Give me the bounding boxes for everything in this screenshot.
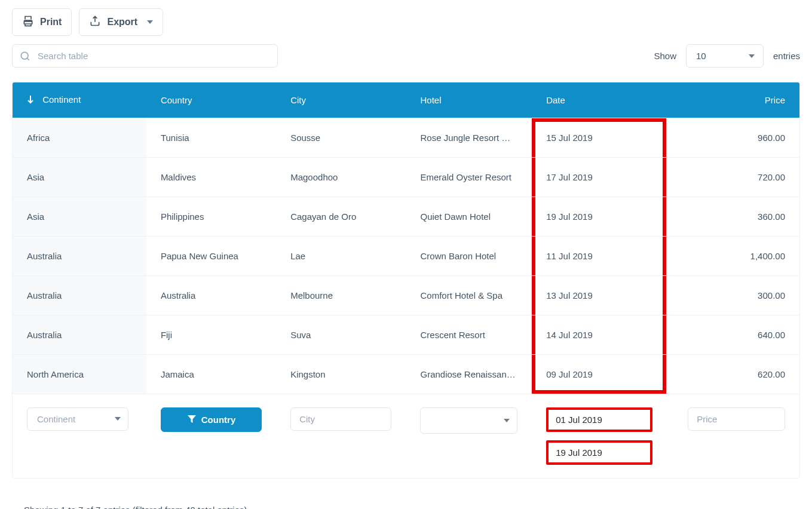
- cell-continent: Asia: [13, 157, 146, 197]
- table-row: AsiaPhilippinesCagayan de OroQuiet Dawn …: [13, 197, 799, 236]
- cell-price: 300.00: [673, 275, 799, 315]
- controls-row: Show 10 entries: [12, 44, 800, 68]
- cell-city: Kingston: [276, 354, 406, 394]
- cell-price: 360.00: [673, 197, 799, 236]
- cell-country: Maldives: [146, 157, 276, 197]
- data-table-wrap: Continent Country City Hotel Date Price …: [12, 82, 800, 479]
- col-continent[interactable]: Continent: [13, 82, 146, 118]
- search-wrap: [12, 44, 278, 68]
- cell-hotel: Emerald Oyster Resort: [406, 157, 532, 197]
- cell-hotel: Crescent Resort: [406, 315, 532, 354]
- cell-date: 11 Jul 2019: [532, 236, 673, 275]
- col-date[interactable]: Date: [532, 82, 673, 118]
- table-info: Showing 1 to 7 of 7 entries (filtered fr…: [12, 505, 800, 509]
- cell-continent: Australia: [13, 315, 146, 354]
- cell-date: 19 Jul 2019: [532, 197, 673, 236]
- col-hotel[interactable]: Hotel: [406, 82, 532, 118]
- filter-row: Continent Country: [13, 394, 799, 478]
- entries-select[interactable]: 10: [686, 44, 764, 68]
- table-row: North AmericaJamaicaKingstonGrandiose Re…: [13, 354, 799, 394]
- cell-continent: North America: [13, 354, 146, 394]
- cell-continent: Australia: [13, 236, 146, 275]
- entries-label: entries: [773, 51, 800, 61]
- cell-city: Melbourne: [276, 275, 406, 315]
- cell-country: Tunisia: [146, 118, 276, 157]
- table-row: AustraliaFijiSuvaCrescent Resort14 Jul 2…: [13, 315, 799, 354]
- cell-city: Cagayan de Oro: [276, 197, 406, 236]
- chevron-down-icon: [115, 417, 121, 421]
- cell-continent: Asia: [13, 197, 146, 236]
- filter-hotel[interactable]: [420, 407, 517, 434]
- cell-date: 14 Jul 2019: [532, 315, 673, 354]
- print-button[interactable]: Print: [12, 8, 72, 36]
- cell-price: 620.00: [673, 354, 799, 394]
- show-label: Show: [654, 51, 676, 61]
- export-icon: [89, 15, 101, 29]
- cell-date: 15 Jul 2019: [532, 118, 673, 157]
- filter-date-from[interactable]: 01 Jul 2019: [546, 407, 652, 432]
- cell-hotel: Comfort Hotel & Spa: [406, 275, 532, 315]
- cell-country: Papua New Guinea: [146, 236, 276, 275]
- cell-city: Lae: [276, 236, 406, 275]
- entries-value: 10: [696, 51, 706, 61]
- cell-city: Magoodhoo: [276, 157, 406, 197]
- toolbar: Print Export: [12, 8, 800, 36]
- cell-continent: Africa: [13, 118, 146, 157]
- filter-price[interactable]: [688, 407, 785, 431]
- chevron-down-icon: [504, 419, 510, 422]
- table-row: AustraliaAustraliaMelbourneComfort Hotel…: [13, 275, 799, 315]
- chevron-down-icon: [147, 20, 153, 24]
- col-price[interactable]: Price: [673, 82, 799, 118]
- cell-city: Suva: [276, 315, 406, 354]
- cell-hotel: Crown Baron Hotel: [406, 236, 532, 275]
- cell-date: 13 Jul 2019: [532, 275, 673, 315]
- cell-price: 960.00: [673, 118, 799, 157]
- table-row: AfricaTunisiaSousseRose Jungle Resort …1…: [13, 118, 799, 157]
- cell-continent: Australia: [13, 275, 146, 315]
- table-row: AsiaMaldivesMagoodhooEmerald Oyster Reso…: [13, 157, 799, 197]
- col-country[interactable]: Country: [146, 82, 276, 118]
- cell-country: Australia: [146, 275, 276, 315]
- cell-city: Sousse: [276, 118, 406, 157]
- cell-price: 720.00: [673, 157, 799, 197]
- col-city[interactable]: City: [276, 82, 406, 118]
- export-label: Export: [107, 17, 137, 27]
- cell-hotel: Quiet Dawn Hotel: [406, 197, 532, 236]
- print-icon: [22, 15, 34, 29]
- filter-date-range: 01 Jul 2019 19 Jul 2019: [546, 407, 659, 465]
- sort-desc-icon: [27, 96, 34, 106]
- data-table: Continent Country City Hotel Date Price …: [13, 82, 799, 478]
- cell-country: Fiji: [146, 315, 276, 354]
- cell-country: Jamaica: [146, 354, 276, 394]
- filter-continent[interactable]: Continent: [27, 407, 128, 431]
- export-button[interactable]: Export: [79, 8, 163, 36]
- chevron-down-icon: [749, 54, 755, 58]
- filter-country[interactable]: Country: [161, 407, 262, 432]
- col-continent-label: Continent: [42, 94, 81, 105]
- cell-country: Philippines: [146, 197, 276, 236]
- print-label: Print: [40, 17, 62, 27]
- cell-date: 17 Jul 2019: [532, 157, 673, 197]
- filter-city[interactable]: [290, 407, 391, 431]
- cell-hotel: Grandiose Renaissan…: [406, 354, 532, 394]
- cell-price: 640.00: [673, 315, 799, 354]
- cell-hotel: Rose Jungle Resort …: [406, 118, 532, 157]
- search-input[interactable]: [12, 44, 278, 68]
- table-row: AustraliaPapua New GuineaLaeCrown Baron …: [13, 236, 799, 275]
- cell-price: 1,400.00: [673, 236, 799, 275]
- entries-control: Show 10 entries: [654, 44, 800, 68]
- funnel-icon: [187, 414, 201, 425]
- cell-date: 09 Jul 2019: [532, 354, 673, 394]
- filter-date-to[interactable]: 19 Jul 2019: [546, 440, 652, 465]
- svg-point-0: [21, 52, 28, 59]
